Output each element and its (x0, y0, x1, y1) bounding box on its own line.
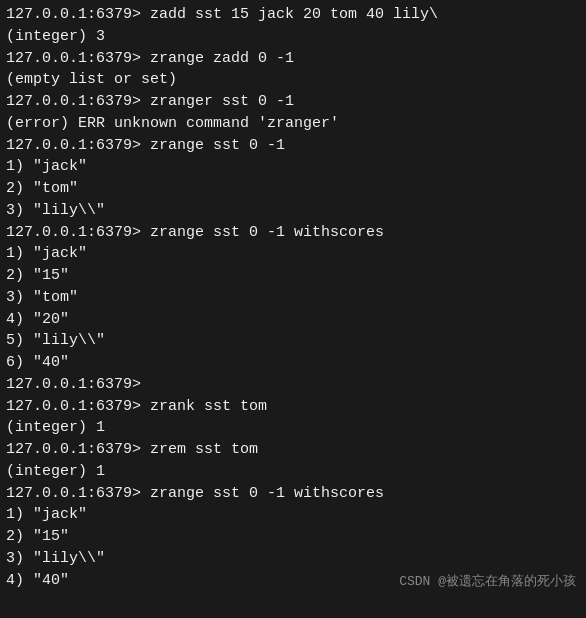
terminal-line: (empty list or set) (6, 69, 580, 91)
terminal-line: 1) "jack" (6, 156, 580, 178)
terminal-line: 2) "tom" (6, 178, 580, 200)
terminal-line: 127.0.0.1:6379> (6, 374, 580, 396)
terminal-line: 1) "jack" (6, 504, 580, 526)
terminal-line: 127.0.0.1:6379> zrange sst 0 -1 (6, 135, 580, 157)
terminal-line: 4) "20" (6, 309, 580, 331)
terminal-line: (integer) 1 (6, 461, 580, 483)
watermark: CSDN @被遗忘在角落的死小孩 (399, 572, 576, 590)
terminal-line: 127.0.0.1:6379> zrem sst tom (6, 439, 580, 461)
terminal-line: 127.0.0.1:6379> zrank sst tom (6, 396, 580, 418)
terminal-line: 127.0.0.1:6379> zranger sst 0 -1 (6, 91, 580, 113)
terminal-line: 2) "15" (6, 265, 580, 287)
terminal-line: 2) "15" (6, 526, 580, 548)
terminal-line: 127.0.0.1:6379> zrange sst 0 -1 withscor… (6, 222, 580, 244)
terminal-line: 3) "tom" (6, 287, 580, 309)
terminal-line: (error) ERR unknown command 'zranger' (6, 113, 580, 135)
terminal-line: 1) "jack" (6, 243, 580, 265)
terminal-line: 5) "lily\\" (6, 330, 580, 352)
terminal-line: 127.0.0.1:6379> zadd sst 15 jack 20 tom … (6, 4, 580, 26)
terminal-line: 6) "40" (6, 352, 580, 374)
terminal-line: 3) "lily\\" (6, 548, 580, 570)
terminal-line: (integer) 1 (6, 417, 580, 439)
terminal-line: (integer) 3 (6, 26, 580, 48)
terminal: 127.0.0.1:6379> zadd sst 15 jack 20 tom … (0, 0, 586, 618)
terminal-line: 3) "lily\\" (6, 200, 580, 222)
terminal-line: 127.0.0.1:6379> zrange zadd 0 -1 (6, 48, 580, 70)
terminal-line: 127.0.0.1:6379> zrange sst 0 -1 withscor… (6, 483, 580, 505)
